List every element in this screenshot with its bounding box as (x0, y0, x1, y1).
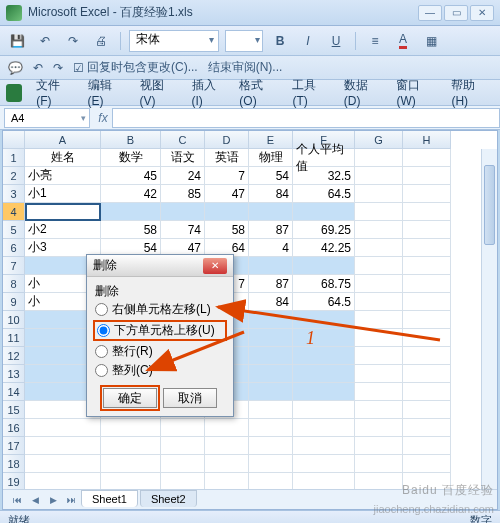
cell-H14[interactable] (403, 383, 451, 401)
undo-icon[interactable]: ↶ (34, 30, 56, 52)
spreadsheet-grid[interactable]: ABCDEFGH1姓名数学语文英语物理个人平均值2小亮452475432.53小… (2, 130, 498, 510)
cell-F6[interactable]: 42.25 (293, 239, 355, 257)
scrollbar-thumb[interactable] (484, 165, 495, 245)
cell-C3[interactable]: 85 (161, 185, 205, 203)
column-header-D[interactable]: D (205, 131, 249, 149)
cell-H4[interactable] (403, 203, 451, 221)
track-redo-icon[interactable]: ↷ (53, 61, 63, 75)
cell-E6[interactable]: 4 (249, 239, 293, 257)
row-header-17[interactable]: 17 (3, 437, 25, 455)
row-header-12[interactable]: 12 (3, 347, 25, 365)
cell-B3[interactable]: 42 (101, 185, 161, 203)
cell-F13[interactable] (293, 365, 355, 383)
cell-E17[interactable] (249, 437, 293, 455)
column-header-E[interactable]: E (249, 131, 293, 149)
tab-nav-first-icon[interactable]: ⏮ (9, 492, 25, 508)
cell-H5[interactable] (403, 221, 451, 239)
vertical-scrollbar[interactable] (481, 149, 497, 509)
tab-nav-next-icon[interactable]: ▶ (45, 492, 61, 508)
cell-H9[interactable] (403, 293, 451, 311)
cell-C5[interactable]: 74 (161, 221, 205, 239)
cell-H12[interactable] (403, 347, 451, 365)
cell-H11[interactable] (403, 329, 451, 347)
cell-G14[interactable] (355, 383, 403, 401)
row-header-2[interactable]: 2 (3, 167, 25, 185)
tab-nav-prev-icon[interactable]: ◀ (27, 492, 43, 508)
select-all-corner[interactable] (3, 131, 25, 149)
cell-F3[interactable]: 64.5 (293, 185, 355, 203)
cell-D18[interactable] (205, 455, 249, 473)
fill-color-icon[interactable]: ▦ (420, 30, 442, 52)
cell-H17[interactable] (403, 437, 451, 455)
cell-G5[interactable] (355, 221, 403, 239)
cell-F15[interactable] (293, 401, 355, 419)
ok-button[interactable]: 确定 (103, 388, 157, 408)
dialog-close-icon[interactable]: ✕ (203, 258, 227, 274)
cell-H10[interactable] (403, 311, 451, 329)
option-shift-up[interactable]: 下方单元格上移(U) (93, 320, 227, 341)
cell-A2[interactable]: 小亮 (25, 167, 101, 185)
menu-insert[interactable]: 插入(I) (186, 74, 230, 111)
cell-F9[interactable]: 64.5 (293, 293, 355, 311)
cell-E8[interactable]: 87 (249, 275, 293, 293)
column-header-A[interactable]: A (25, 131, 101, 149)
close-button[interactable]: ✕ (470, 5, 494, 21)
cell-A17[interactable] (25, 437, 101, 455)
cell-E11[interactable] (249, 329, 293, 347)
row-header-4[interactable]: 4 (3, 203, 25, 221)
tab-nav-last-icon[interactable]: ⏭ (63, 492, 79, 508)
cell-A1[interactable]: 姓名 (25, 149, 101, 167)
cell-F12[interactable] (293, 347, 355, 365)
row-header-6[interactable]: 6 (3, 239, 25, 257)
cell-B4[interactable] (101, 203, 161, 221)
cell-B17[interactable] (101, 437, 161, 455)
cell-G2[interactable] (355, 167, 403, 185)
bold-button[interactable]: B (269, 30, 291, 52)
row-header-18[interactable]: 18 (3, 455, 25, 473)
cell-G8[interactable] (355, 275, 403, 293)
cell-G15[interactable] (355, 401, 403, 419)
cell-D3[interactable]: 47 (205, 185, 249, 203)
cell-G16[interactable] (355, 419, 403, 437)
cell-H3[interactable] (403, 185, 451, 203)
track-undo-icon[interactable]: ↶ (33, 61, 43, 75)
cell-D5[interactable]: 58 (205, 221, 249, 239)
row-header-5[interactable]: 5 (3, 221, 25, 239)
cell-G17[interactable] (355, 437, 403, 455)
cell-H6[interactable] (403, 239, 451, 257)
row-header-15[interactable]: 15 (3, 401, 25, 419)
cell-C18[interactable] (161, 455, 205, 473)
cell-H16[interactable] (403, 419, 451, 437)
italic-button[interactable]: I (297, 30, 319, 52)
cell-F8[interactable]: 68.75 (293, 275, 355, 293)
cell-E2[interactable]: 54 (249, 167, 293, 185)
cell-E1[interactable]: 物理 (249, 149, 293, 167)
column-header-G[interactable]: G (355, 131, 403, 149)
cell-G9[interactable] (355, 293, 403, 311)
cell-G18[interactable] (355, 455, 403, 473)
save-icon[interactable]: 💾 (6, 30, 28, 52)
cell-E5[interactable]: 87 (249, 221, 293, 239)
formula-input[interactable] (112, 108, 500, 128)
cell-G4[interactable] (355, 203, 403, 221)
menu-file[interactable]: 文件(F) (30, 74, 77, 111)
cell-H13[interactable] (403, 365, 451, 383)
option-shift-left[interactable]: 右侧单元格左移(L) (95, 300, 225, 319)
cell-D1[interactable]: 英语 (205, 149, 249, 167)
dialog-title-bar[interactable]: 删除 ✕ (87, 255, 233, 277)
column-header-H[interactable]: H (403, 131, 451, 149)
cell-A16[interactable] (25, 419, 101, 437)
cell-B18[interactable] (101, 455, 161, 473)
cell-G6[interactable] (355, 239, 403, 257)
cell-G10[interactable] (355, 311, 403, 329)
cell-C2[interactable]: 24 (161, 167, 205, 185)
menu-data[interactable]: 数据(D) (338, 74, 387, 111)
cell-F14[interactable] (293, 383, 355, 401)
print-icon[interactable]: 🖨 (90, 30, 112, 52)
cell-E15[interactable] (249, 401, 293, 419)
cell-F10[interactable] (293, 311, 355, 329)
cell-C4[interactable] (161, 203, 205, 221)
cell-A4[interactable] (25, 203, 101, 221)
cell-E10[interactable] (249, 311, 293, 329)
row-header-13[interactable]: 13 (3, 365, 25, 383)
